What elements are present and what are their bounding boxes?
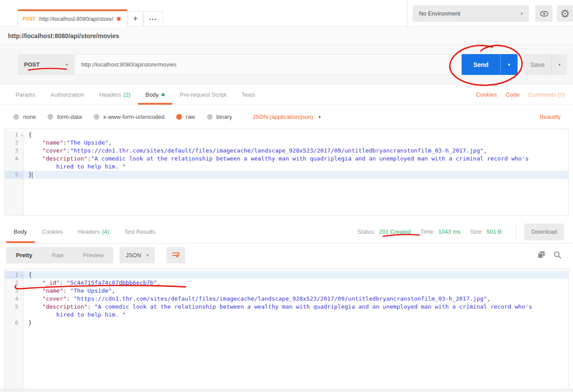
- beautify-link[interactable]: Beautify: [540, 114, 573, 120]
- radio-icon: [13, 114, 19, 120]
- wrap-lines-button[interactable]: [166, 247, 185, 263]
- code-line[interactable]: 2 "_id": "5c4e715fa74c07dbbb6ecb7b",: [5, 279, 568, 287]
- divider: [516, 224, 516, 239]
- view-preview-button[interactable]: Preview: [73, 252, 113, 259]
- response-tab-body[interactable]: Body: [6, 220, 35, 243]
- tab-tests[interactable]: Tests: [234, 84, 262, 105]
- response-tab-cookies[interactable]: Cookies: [35, 220, 71, 243]
- save-button[interactable]: Save: [524, 54, 551, 75]
- content-type-label: JSON (application/json): [253, 114, 313, 120]
- tab-authorization[interactable]: Authorization: [43, 84, 92, 105]
- eye-icon: [540, 11, 549, 17]
- view-raw-button[interactable]: Raw: [42, 252, 73, 259]
- environment-selector[interactable]: No Environment ▾: [413, 5, 529, 22]
- response-format-selector[interactable]: JSON ▾: [119, 247, 155, 263]
- line-number: 4: [5, 295, 24, 303]
- gear-icon: ⚙: [560, 8, 570, 20]
- code-line[interactable]: 2 "name":"The Upside",: [5, 139, 568, 147]
- cookies-link[interactable]: Cookies: [476, 91, 497, 98]
- code-line[interactable]: 5 "description": "A comedic look at the …: [5, 303, 568, 319]
- header-bar: POST http://localhost:8080/api/store/ + …: [0, 0, 573, 27]
- postman-window: POST http://localhost:8080/api/store/ + …: [0, 0, 573, 392]
- wrap-lines-icon: [171, 251, 180, 259]
- line-number: 1▾: [5, 271, 24, 279]
- response-body-editor[interactable]: 1▾{2 "_id": "5c4e715fa74c07dbbb6ecb7b",3…: [4, 269, 569, 389]
- request-body-editor[interactable]: 1▾{2 "name":"The Upside",3 "cover":"http…: [4, 129, 569, 216]
- radio-icon: [47, 114, 53, 120]
- response-headers-label: Headers: [78, 228, 100, 235]
- url-builder-row: POST ▾ http://localhost:8080/api/store/m…: [0, 45, 573, 84]
- tab-headers[interactable]: Headers (2): [92, 84, 138, 105]
- code-line[interactable]: 3 "cover":"https://cdn1.thr.com/sites/de…: [5, 147, 568, 155]
- code-line[interactable]: 3 "name": "The Upside",: [5, 287, 568, 295]
- line-number: 6: [5, 319, 24, 327]
- send-options-button[interactable]: ▾: [500, 54, 518, 75]
- url-input[interactable]: http://localhost:8080/api/store/movies: [75, 54, 449, 75]
- line-number: 4: [5, 155, 24, 171]
- code-line[interactable]: 1▾{: [5, 271, 568, 279]
- body-mode-form-data-label: form-data: [57, 114, 82, 120]
- response-view-toolbar: Pretty Raw Preview JSON ▾: [0, 243, 573, 267]
- tab-params[interactable]: Params: [8, 84, 43, 105]
- body-mode-binary[interactable]: binary: [207, 114, 232, 120]
- method-selected-label: POST: [24, 61, 40, 68]
- line-number: 1▾: [5, 131, 24, 139]
- body-mode-raw[interactable]: raw: [176, 114, 195, 120]
- request-title: http://localhost:8080/api/store/movies: [8, 32, 119, 39]
- line-number: 5: [5, 303, 24, 319]
- chevron-down-icon: ▾: [318, 114, 320, 119]
- download-button[interactable]: Download: [524, 223, 564, 240]
- code-line[interactable]: 6}: [5, 319, 568, 327]
- code-line[interactable]: 4 "description":"A comedic look at the r…: [5, 155, 568, 171]
- response-format-label: JSON: [126, 252, 141, 259]
- tab-body-label: Body: [146, 91, 159, 98]
- code-line[interactable]: 4 "cover": "https://cdn1.thr.com/sites/d…: [5, 295, 568, 303]
- body-mode-none[interactable]: none: [13, 114, 36, 120]
- request-tab[interactable]: POST http://localhost:8080/api/store/: [18, 9, 127, 27]
- tab-overflow-button[interactable]: •••: [143, 11, 163, 27]
- tab-headers-label: Headers: [99, 91, 121, 98]
- chevron-down-icon: ▾: [146, 253, 149, 258]
- response-view-segmented: Pretty Raw Preview: [6, 247, 113, 263]
- time-label: Time:: [420, 228, 435, 235]
- comments-link[interactable]: Comments (0): [529, 91, 565, 98]
- request-tabs-row: Params Authorization Headers (2) Body Pr…: [0, 84, 573, 105]
- copy-icon[interactable]: [537, 251, 545, 259]
- content-type-selector[interactable]: JSON (application/json) ▾: [253, 114, 321, 120]
- method-selector[interactable]: POST ▾: [18, 54, 74, 75]
- send-button[interactable]: Send: [462, 54, 500, 75]
- code-line[interactable]: 1▾{: [5, 131, 568, 139]
- save-options-button[interactable]: ▾: [551, 54, 567, 75]
- code-line[interactable]: 5}: [5, 171, 568, 179]
- body-mode-row: none form-data x-www-form-urlencoded raw…: [0, 105, 573, 128]
- code-link[interactable]: Code: [506, 91, 520, 98]
- request-title-row: http://localhost:8080/api/store/movies: [0, 27, 573, 45]
- text-cursor: [32, 172, 32, 178]
- response-tabs-row: Body Cookies Headers (4) Test Results St…: [0, 220, 573, 243]
- request-tabs-right: Cookies Code Comments (0): [476, 84, 573, 105]
- line-number: 3: [5, 287, 24, 295]
- new-tab-button[interactable]: +: [128, 11, 143, 27]
- tab-method-badge: POST: [23, 16, 36, 21]
- body-mode-form-data[interactable]: form-data: [47, 114, 82, 120]
- headers-count-badge: (2): [123, 91, 130, 98]
- line-number: 3: [5, 147, 24, 155]
- tab-body[interactable]: Body: [138, 84, 173, 105]
- view-pretty-button[interactable]: Pretty: [6, 252, 42, 259]
- horizontal-scrollbar[interactable]: [0, 389, 573, 392]
- size-value: 501 B: [486, 228, 502, 235]
- response-tab-test-results[interactable]: Test Results: [117, 220, 163, 243]
- status-label: Status:: [357, 228, 375, 235]
- settings-button[interactable]: ⚙: [557, 5, 573, 22]
- environment-quick-look-button[interactable]: [535, 5, 553, 22]
- body-mode-urlencoded-label: x-www-form-urlencoded: [103, 114, 165, 120]
- line-number: 2: [5, 139, 24, 147]
- search-icon[interactable]: [553, 251, 561, 259]
- response-tab-headers[interactable]: Headers (4): [71, 220, 117, 243]
- body-mode-urlencoded[interactable]: x-www-form-urlencoded: [94, 114, 165, 120]
- tab-pre-request-script[interactable]: Pre-request Script: [172, 84, 234, 105]
- time-value: 1043 ms: [438, 228, 460, 235]
- gutter-filler: [5, 327, 24, 389]
- radio-icon: [207, 114, 213, 120]
- chevron-down-icon: ▾: [558, 62, 561, 67]
